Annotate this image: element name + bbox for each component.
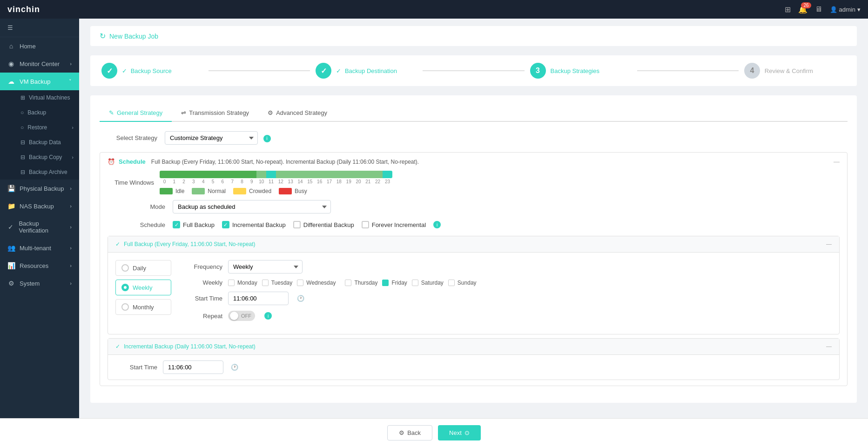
sidebar-item-backup-data[interactable]: ⊟ Backup Data <box>15 135 79 150</box>
incremental-detail-title: Incremental Backup (Daily 11:06:00 Start… <box>124 343 256 350</box>
step-2-num: ✓ <box>316 63 331 79</box>
schedule-block: ⏰ Schedule Full Backup (Every Friday, 11… <box>100 152 848 386</box>
weekly-option[interactable]: Weekly <box>115 280 171 295</box>
friday-check[interactable]: Friday <box>382 279 407 286</box>
bottom-bar: ⚙ Back Next ⊙ <box>0 418 868 447</box>
sidebar-item-physical-backup[interactable]: 💾 Physical Backup › <box>0 180 79 197</box>
notif-badge: 26 <box>801 2 811 8</box>
sidebar-item-system[interactable]: ⚙ System › <box>0 274 79 292</box>
full-backup-detail-header: ✓ Full Backup (Every Friday, 11:06:00 St… <box>108 236 839 253</box>
legend-normal-label: Normal <box>208 188 226 194</box>
full-backup-collapse-icon[interactable]: — <box>826 241 832 247</box>
sidebar-item-backup-verification[interactable]: ✓ Backup Verification › <box>0 215 79 239</box>
schedule-collapse-icon[interactable]: — <box>834 158 840 165</box>
monthly-option[interactable]: Monthly <box>115 299 171 315</box>
step-2-check: ✓ <box>336 67 341 74</box>
thursday-check[interactable]: Thursday <box>345 279 377 286</box>
tuesday-checkbox[interactable] <box>262 280 269 286</box>
crowded-color <box>233 188 246 194</box>
sunday-check[interactable]: Sunday <box>448 279 477 286</box>
tab-transmission[interactable]: ⇌ Transmission Strategy <box>172 105 258 122</box>
legend-crowded: Crowded <box>233 188 271 194</box>
step-3-num: 3 <box>530 63 546 79</box>
schedule-checks: ✓ Full Backup ✓ Incremental Backup Diffe… <box>173 221 840 228</box>
sidebar-item-monitor[interactable]: ◉ Monitor Center › <box>0 55 79 73</box>
friday-checkbox[interactable] <box>382 280 389 286</box>
sidebar-item-backup[interactable]: ○ Backup <box>15 105 79 120</box>
sidebar-item-vm-backup[interactable]: ☁ VM Backup ˅ <box>0 73 79 90</box>
physical-chevron-icon: › <box>70 186 72 191</box>
hamburger-button[interactable]: ☰ <box>0 19 79 37</box>
strategy-select[interactable]: Customize Strategy Default Strategy <box>165 131 258 145</box>
saturday-checkbox[interactable] <box>412 280 418 286</box>
differential-backup-check[interactable]: Differential Backup <box>293 221 354 228</box>
logo-vin: vin <box>7 5 21 14</box>
start-time-input[interactable] <box>228 292 289 305</box>
tab-general[interactable]: ✎ General Strategy <box>100 105 172 122</box>
next-button[interactable]: Next ⊙ <box>438 425 481 440</box>
sidebar-sub-label: Backup Copy <box>29 154 62 160</box>
differential-backup-checkbox[interactable] <box>293 221 301 228</box>
step-1-num: ✓ <box>101 63 117 79</box>
tuesday-label: Tuesday <box>271 280 293 286</box>
sidebar-item-virtual-machines[interactable]: ⊞ Virtual Machines <box>15 90 79 105</box>
sidebar-item-label: Physical Backup <box>20 185 64 192</box>
sunday-checkbox[interactable] <box>448 280 455 286</box>
transmission-tab-icon: ⇌ <box>181 109 186 116</box>
legend-normal: Normal <box>192 188 226 194</box>
tab-advanced[interactable]: ⚙ Advanced Strategy <box>258 105 336 122</box>
sidebar-item-backup-archive[interactable]: ⊟ Backup Archive <box>15 165 79 180</box>
forever-incremental-checkbox[interactable] <box>362 221 369 228</box>
monday-checkbox[interactable] <box>228 280 235 286</box>
full-backup-checkbox[interactable]: ✓ <box>173 221 180 228</box>
sidebar-item-label: Monitor Center <box>20 60 60 67</box>
full-backup-check[interactable]: ✓ Full Backup <box>173 221 215 228</box>
frequency-select[interactable]: Weekly Daily Monthly <box>228 260 303 274</box>
repeat-info-icon[interactable]: i <box>264 312 272 320</box>
user-menu[interactable]: 👤 admin ▾ <box>830 6 861 13</box>
mode-row: Mode Backup as scheduled Manual Backup <box>108 200 840 213</box>
wednesday-checkbox[interactable] <box>297 280 303 286</box>
tenant-chevron-icon: › <box>70 245 72 251</box>
back-button[interactable]: ⚙ Back <box>387 425 432 440</box>
monthly-radio[interactable] <box>121 303 129 311</box>
schedule-info-icon[interactable]: i <box>433 221 441 228</box>
saturday-check[interactable]: Saturday <box>412 279 444 286</box>
tuesday-check[interactable]: Tuesday <box>262 279 293 286</box>
incremental-backup-checkbox[interactable]: ✓ <box>222 221 229 228</box>
daily-option[interactable]: Daily <box>115 260 171 276</box>
inc-start-time-input[interactable] <box>163 360 223 374</box>
sidebar-item-multi-tenant[interactable]: 👥 Multi-tenant › <box>0 239 79 257</box>
sidebar-item-restore[interactable]: ○ Restore › <box>15 120 79 135</box>
weekly-radio[interactable] <box>121 284 129 291</box>
thursday-checkbox[interactable] <box>345 280 351 286</box>
inc-clock-icon[interactable]: 🕐 <box>231 364 238 371</box>
sidebar-item-resources[interactable]: 📊 Resources › <box>0 257 79 274</box>
incremental-backup-detail: ✓ Incremental Backup (Daily 11:06:00 Sta… <box>108 338 840 380</box>
clock-pick-icon[interactable]: 🕐 <box>297 295 304 302</box>
repeat-toggle[interactable]: OFF <box>228 311 255 321</box>
frequency-settings: Frequency Weekly Daily Monthly We <box>181 260 832 327</box>
strategy-info-icon[interactable]: i <box>263 135 271 142</box>
grid-icon[interactable]: ⊞ <box>785 5 791 14</box>
sidebar-item-backup-copy[interactable]: ⊟ Backup Copy › <box>15 150 79 165</box>
home-icon: ⌂ <box>7 42 15 50</box>
mode-select[interactable]: Backup as scheduled Manual Backup <box>173 200 331 213</box>
transmission-tab-label: Transmission Strategy <box>189 109 249 116</box>
full-backup-detail-body: Daily Weekly Month <box>108 253 839 334</box>
frequency-label: Frequency <box>181 263 222 270</box>
incremental-collapse-icon[interactable]: — <box>826 343 832 350</box>
incremental-backup-check[interactable]: ✓ Incremental Backup <box>222 221 286 228</box>
step-2-label: ✓ Backup Destination <box>336 67 397 74</box>
forever-incremental-check[interactable]: Forever Incremental <box>362 221 426 228</box>
daily-radio[interactable] <box>121 264 129 272</box>
sidebar-item-home[interactable]: ⌂ Home <box>0 37 79 55</box>
user-icon: 👤 <box>830 6 837 13</box>
monitor-icon[interactable]: 🖥 <box>815 5 822 13</box>
topbar-right: ⊞ 🔔 26 🖥 👤 admin ▾ <box>785 5 861 14</box>
notifications[interactable]: 🔔 26 <box>798 5 807 14</box>
monday-check[interactable]: Monday <box>228 279 257 286</box>
sidebar-item-label: VM Backup <box>20 78 50 85</box>
wednesday-check[interactable]: Wednesday <box>297 279 336 286</box>
sidebar-item-nas-backup[interactable]: 📁 NAS Backup › <box>0 197 79 215</box>
